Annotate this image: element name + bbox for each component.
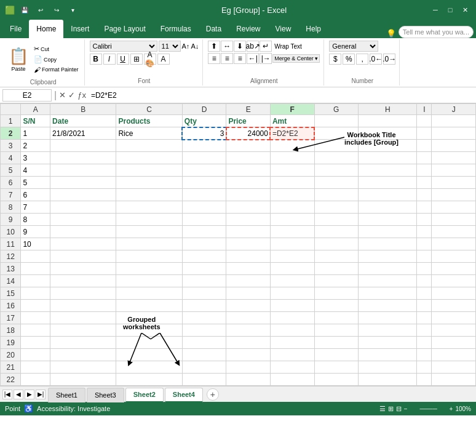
cell-b4[interactable] (50, 152, 116, 164)
cell-c11[interactable] (116, 238, 182, 250)
row-header-15[interactable]: 15 (1, 287, 21, 300)
cell-a19[interactable] (21, 337, 50, 349)
font-size-select[interactable]: 11 (159, 41, 181, 52)
cell-b18[interactable] (50, 324, 116, 337)
cell-i19[interactable] (417, 337, 432, 349)
next-sheet-btn[interactable]: ▶ (25, 390, 34, 399)
col-header-c[interactable]: C (116, 104, 182, 115)
cell-b22[interactable] (50, 374, 116, 386)
add-sheet-button[interactable]: + (207, 388, 219, 401)
orientation-button[interactable]: ab↗ (247, 41, 259, 52)
cell-h5[interactable] (359, 164, 417, 177)
cell-i6[interactable] (417, 177, 432, 189)
sheet-tab-sheet4[interactable]: Sheet4 (165, 388, 203, 402)
cell-e14[interactable] (226, 275, 271, 287)
col-header-e[interactable]: E (226, 104, 271, 115)
cell-a6[interactable]: 5 (21, 177, 50, 189)
cell-e17[interactable] (226, 312, 271, 324)
cell-i11[interactable] (417, 238, 432, 250)
cell-a18[interactable] (21, 324, 50, 337)
cell-j4[interactable] (432, 152, 476, 164)
cell-g7[interactable] (314, 189, 359, 201)
cell-c9[interactable] (116, 214, 182, 226)
cell-f10[interactable] (270, 226, 314, 238)
cell-g19[interactable] (314, 337, 359, 349)
cell-c15[interactable] (116, 287, 182, 300)
number-format-select[interactable]: General (329, 41, 378, 52)
col-header-d[interactable]: D (182, 104, 226, 115)
cell-h17[interactable] (359, 312, 417, 324)
cell-i20[interactable] (417, 349, 432, 361)
cell-f11[interactable] (270, 238, 314, 250)
cell-h21[interactable] (359, 361, 417, 374)
cell-f12[interactable] (270, 250, 314, 263)
cell-a11[interactable]: 10 (21, 238, 50, 250)
cell-g5[interactable] (314, 164, 359, 177)
cell-b7[interactable] (50, 189, 116, 201)
cell-e8[interactable] (226, 201, 271, 214)
cell-j3[interactable] (432, 140, 476, 152)
cell-a7[interactable]: 6 (21, 189, 50, 201)
cell-c10[interactable] (116, 226, 182, 238)
cell-i13[interactable] (417, 263, 432, 275)
cell-g1[interactable] (314, 115, 359, 127)
tab-page-layout[interactable]: Page Layout (97, 20, 153, 38)
cell-j7[interactable] (432, 189, 476, 201)
cell-j12[interactable] (432, 250, 476, 263)
cell-h15[interactable] (359, 287, 417, 300)
cell-f19[interactable] (270, 337, 314, 349)
cell-e5[interactable] (226, 164, 271, 177)
cell-j16[interactable] (432, 300, 476, 312)
cell-g9[interactable] (314, 214, 359, 226)
cell-d19[interactable] (182, 337, 226, 349)
cell-c6[interactable] (116, 177, 182, 189)
cell-j15[interactable] (432, 287, 476, 300)
cell-e3[interactable] (226, 140, 271, 152)
cell-e20[interactable] (226, 349, 271, 361)
currency-button[interactable]: $ (329, 54, 341, 65)
tab-home[interactable]: Home (29, 20, 63, 38)
cell-d2[interactable]: 3 (182, 127, 226, 140)
cell-h9[interactable] (359, 214, 417, 226)
sheet-tab-sheet2[interactable]: Sheet2 (125, 388, 164, 402)
cell-b21[interactable] (50, 361, 116, 374)
cell-d8[interactable] (182, 201, 226, 214)
tab-help[interactable]: Help (298, 20, 328, 38)
cell-g17[interactable] (314, 312, 359, 324)
cell-i22[interactable] (417, 374, 432, 386)
increase-font-btn[interactable]: A↑ (182, 42, 190, 50)
cell-h13[interactable] (359, 263, 417, 275)
cell-a15[interactable] (21, 287, 50, 300)
cell-i2[interactable] (417, 127, 432, 140)
cell-j19[interactable] (432, 337, 476, 349)
cell-c18[interactable] (116, 324, 182, 337)
cell-e6[interactable] (226, 177, 271, 189)
cell-f8[interactable] (270, 201, 314, 214)
underline-button[interactable]: U (117, 54, 129, 65)
cell-d13[interactable] (182, 263, 226, 275)
cell-b9[interactable] (50, 214, 116, 226)
cell-e4[interactable] (226, 152, 271, 164)
zoom-out-btn[interactable]: − (404, 406, 408, 412)
align-left-button[interactable]: ≡ (208, 53, 220, 64)
align-right-button[interactable]: ≡ (234, 53, 246, 64)
cell-a17[interactable] (21, 312, 50, 324)
col-header-b[interactable]: B (50, 104, 116, 115)
tab-review[interactable]: Review (229, 20, 268, 38)
cell-i7[interactable] (417, 189, 432, 201)
row-header-14[interactable]: 14 (1, 275, 21, 287)
cell-f5[interactable] (270, 164, 314, 177)
cell-a14[interactable] (21, 275, 50, 287)
cell-a8[interactable]: 7 (21, 201, 50, 214)
cell-a9[interactable]: 8 (21, 214, 50, 226)
cell-i21[interactable] (417, 361, 432, 374)
cell-g2[interactable] (314, 127, 359, 140)
cell-d1[interactable]: Qty (182, 115, 226, 127)
cell-g16[interactable] (314, 300, 359, 312)
align-middle-button[interactable]: ↔ (221, 41, 233, 52)
cell-j11[interactable] (432, 238, 476, 250)
cell-e13[interactable] (226, 263, 271, 275)
cell-b10[interactable] (50, 226, 116, 238)
align-center-button[interactable]: ≡ (221, 53, 233, 64)
cell-h4[interactable] (359, 152, 417, 164)
